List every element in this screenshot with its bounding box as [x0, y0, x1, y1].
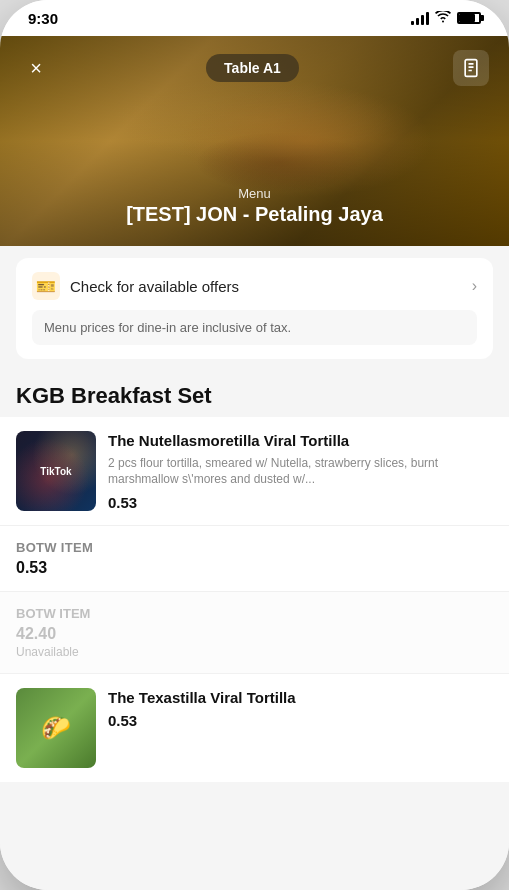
offers-text: Check for available offers — [70, 278, 239, 295]
status-bar: 9:30 — [0, 0, 509, 36]
menu-item-botw-unavailable: BOTW ITEM 42.40 Unavailable — [0, 592, 509, 674]
phone-frame: 9:30 — [0, 0, 509, 890]
offers-left: 🎫 Check for available offers — [32, 272, 239, 300]
menu-item-price: 0.53 — [108, 494, 493, 511]
menu-item-info: The Nutellasmoretilla Viral Tortilla 2 p… — [108, 431, 493, 511]
unavailable-price: 42.40 — [16, 625, 493, 643]
menu-item-thumb-tiktok: TikTok — [16, 431, 96, 511]
texastilla-price: 0.53 — [108, 712, 493, 729]
offers-card[interactable]: 🎫 Check for available offers › Menu pric… — [16, 258, 493, 359]
offers-row[interactable]: 🎫 Check for available offers › — [32, 272, 477, 300]
tiktok-logo: TikTok — [40, 466, 71, 477]
section-title-kgb: KGB Breakfast Set — [0, 367, 509, 417]
unavailable-label: BOTW ITEM — [16, 606, 493, 621]
battery-icon — [457, 12, 481, 24]
close-button[interactable]: × — [20, 52, 52, 84]
botw-label-1: BOTW ITEM — [16, 540, 493, 555]
offers-icon: 🎫 — [32, 272, 60, 300]
hero-section: × Table A1 Menu [TEST] JON - Petaling Ja… — [0, 36, 509, 246]
menu-item-nutella[interactable]: TikTok The Nutellasmoretilla Viral Torti… — [0, 417, 509, 526]
table-badge: Table A1 — [206, 54, 299, 82]
restaurant-name: [TEST] JON - Petaling Jaya — [0, 203, 509, 226]
thumb-texastilla: 🌮 — [16, 688, 96, 768]
tax-notice: Menu prices for dine-in are inclusive of… — [32, 310, 477, 345]
texastilla-info: The Texastilla Viral Tortilla 0.53 — [108, 688, 493, 729]
main-content[interactable]: 🎫 Check for available offers › Menu pric… — [0, 246, 509, 890]
status-icons — [411, 11, 481, 26]
status-time: 9:30 — [28, 10, 58, 27]
wifi-icon — [435, 11, 451, 26]
menu-label: Menu — [0, 186, 509, 201]
offers-emoji: 🎫 — [36, 277, 56, 296]
menu-item-name: The Nutellasmoretilla Viral Tortilla — [108, 431, 493, 451]
botw-price-1: 0.53 — [16, 559, 493, 577]
signal-icon — [411, 11, 429, 25]
battery-fill — [459, 14, 475, 22]
hero-title: Menu [TEST] JON - Petaling Jaya — [0, 186, 509, 226]
menu-item-botw-1[interactable]: BOTW ITEM 0.53 — [0, 526, 509, 592]
menu-item-texastilla[interactable]: 🌮 The Texastilla Viral Tortilla 0.53 — [0, 674, 509, 782]
chevron-right-icon: › — [472, 277, 477, 295]
unavailable-tag: Unavailable — [16, 645, 493, 659]
texastilla-name: The Texastilla Viral Tortilla — [108, 688, 493, 708]
hero-nav: × Table A1 — [0, 50, 509, 86]
thumb-food-tex: 🌮 — [16, 688, 96, 768]
menu-item-desc: 2 pcs flour tortilla, smeared w/ Nutella… — [108, 455, 493, 489]
order-button[interactable] — [453, 50, 489, 86]
